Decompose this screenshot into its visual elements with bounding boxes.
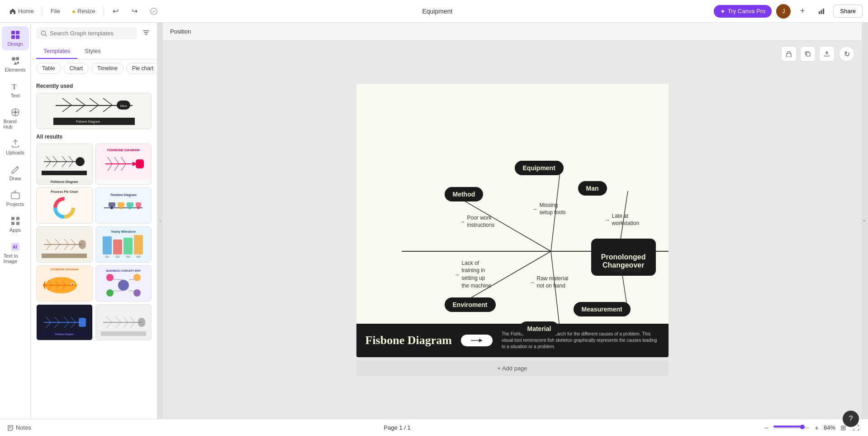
file-button[interactable]: File: [47, 6, 64, 16]
chip-timeline[interactable]: Timeline: [91, 63, 123, 74]
zoom-in-button[interactable]: +: [813, 422, 820, 433]
undo-button[interactable]: ↩: [109, 4, 123, 19]
svg-line-29: [62, 98, 71, 105]
template-item-1[interactable]: Fishbone Diagram: [36, 144, 93, 185]
footer-arrow-button[interactable]: [461, 335, 493, 346]
sidebar-item-text[interactable]: T Text: [2, 78, 29, 102]
upload-icon: [10, 139, 20, 149]
label-poor-work: → Poor workinstructions: [460, 214, 495, 230]
projects-icon: [10, 190, 20, 200]
zoom-out-button[interactable]: −: [763, 422, 770, 433]
copy-canvas-button[interactable]: [800, 46, 816, 62]
template-item-8[interactable]: BUSINESS CONCEPT MAP: [95, 265, 152, 302]
svg-rect-21: [16, 217, 19, 220]
resize-icon: ●: [72, 8, 76, 15]
template-item-6[interactable]: Yearly Milestone G1 G2 G3 G4: [95, 226, 152, 263]
svg-rect-51: [42, 171, 87, 175]
svg-line-36: [103, 105, 112, 112]
svg-rect-11: [17, 62, 19, 64]
search-icon: [41, 30, 47, 37]
sidebar-item-apps[interactable]: Apps: [2, 212, 29, 236]
svg-rect-4: [11, 31, 15, 34]
zoom-handle[interactable]: [800, 425, 805, 429]
sidebar-item-draw[interactable]: Draw: [2, 161, 29, 185]
label-late-workstation: → Late atworkstation: [604, 212, 640, 228]
filter-button[interactable]: [141, 27, 152, 39]
user-avatar[interactable]: J: [776, 4, 791, 19]
template-item-10[interactable]: [95, 304, 152, 340]
panel-scroll: Recently used: [31, 77, 157, 419]
template-item-4[interactable]: Timeline Diagram: [95, 187, 152, 224]
svg-text:Fisbone Diagram: Fisbone Diagram: [76, 120, 100, 124]
rotate-button[interactable]: ↻: [839, 46, 854, 62]
sidebar-icons: Design Elements T Text: [0, 23, 31, 419]
help-button[interactable]: ?: [843, 411, 859, 427]
sidebar-item-text-to-image[interactable]: AI Text to Image: [2, 238, 29, 268]
right-panel-handle[interactable]: ›: [862, 23, 868, 419]
node-material: Material: [519, 321, 560, 336]
template-item-2[interactable]: FISHBONE DIAGRAM: [95, 144, 152, 185]
export-canvas-button[interactable]: [819, 46, 835, 62]
svg-rect-3: [823, 9, 824, 14]
notes-button[interactable]: Notes: [7, 424, 31, 431]
svg-text:G4: G4: [137, 255, 141, 258]
svg-line-48: [62, 162, 66, 167]
svg-line-129: [115, 322, 121, 328]
svg-line-128: [106, 322, 112, 328]
node-method: Method: [445, 187, 484, 201]
position-label: Position: [170, 28, 191, 35]
sidebar-item-uploads[interactable]: Uploads: [2, 135, 29, 159]
svg-line-111: [113, 291, 123, 291]
search-input[interactable]: [50, 30, 133, 37]
process-pie-svg: [51, 194, 78, 221]
sidebar-item-elements[interactable]: Elements: [2, 52, 29, 76]
resize-button[interactable]: ● Resize: [68, 6, 99, 17]
svg-line-118: [64, 317, 69, 322]
template-item-9[interactable]: Fishbone Diagram: [36, 304, 93, 340]
analytics-button[interactable]: [814, 4, 829, 19]
svg-rect-5: [16, 31, 19, 34]
apps-icon: [10, 216, 20, 226]
recently-used-template[interactable]: Effect Fisbone Diagram: [36, 93, 152, 129]
add-user-button[interactable]: +: [795, 4, 810, 19]
chip-table[interactable]: Table: [36, 63, 61, 74]
svg-line-42: [46, 156, 51, 162]
share-button[interactable]: Share: [833, 5, 863, 18]
footer-title: Fisbone Diagram: [365, 334, 452, 347]
tab-templates[interactable]: Templates: [36, 44, 77, 59]
chip-pie-chart[interactable]: Pie chart: [126, 63, 157, 74]
panel-collapse-handle[interactable]: ‹: [157, 23, 163, 419]
home-button[interactable]: Home: [5, 6, 38, 17]
template-item-5[interactable]: [36, 226, 93, 263]
svg-point-70: [110, 206, 113, 209]
diagram-body[interactable]: Equipment Man Method PronolongedChangeov…: [356, 84, 669, 324]
svg-line-120: [64, 322, 69, 328]
svg-line-47: [69, 156, 73, 162]
redo-button[interactable]: ↪: [128, 4, 142, 19]
sidebar-item-brand-hub[interactable]: Brand Hub: [2, 104, 29, 133]
svg-text:G1: G1: [105, 255, 109, 258]
svg-rect-7: [16, 35, 19, 39]
svg-point-72: [128, 206, 131, 209]
sidebar-item-design[interactable]: Design: [2, 26, 29, 50]
svg-line-116: [46, 322, 51, 328]
tab-styles[interactable]: Styles: [77, 44, 108, 59]
template-1-title: Fishbone Diagram: [37, 179, 92, 184]
chip-chart[interactable]: Chart: [64, 63, 89, 74]
save-button[interactable]: [147, 4, 161, 19]
svg-line-45: [53, 162, 57, 167]
elements-icon: [10, 56, 20, 66]
template-item-7[interactable]: FISHBONE DIAGRAM: [36, 265, 93, 302]
svg-line-127: [115, 317, 121, 322]
svg-line-81: [64, 244, 69, 250]
canvapro-button[interactable]: ✦ Try Canva Pro: [714, 5, 772, 18]
template-item-3[interactable]: Process Pie Chart: [36, 187, 93, 224]
svg-line-76: [55, 239, 60, 244]
svg-point-64: [59, 202, 70, 213]
zoom-slider[interactable]: [773, 427, 810, 429]
add-page-button[interactable]: + Add page: [356, 360, 669, 376]
sidebar-item-projects[interactable]: Projects: [2, 187, 29, 211]
canvas-content[interactable]: ↻: [163, 41, 862, 419]
fishbone-lines-svg: [356, 84, 669, 324]
lock-canvas-button[interactable]: [781, 46, 797, 62]
